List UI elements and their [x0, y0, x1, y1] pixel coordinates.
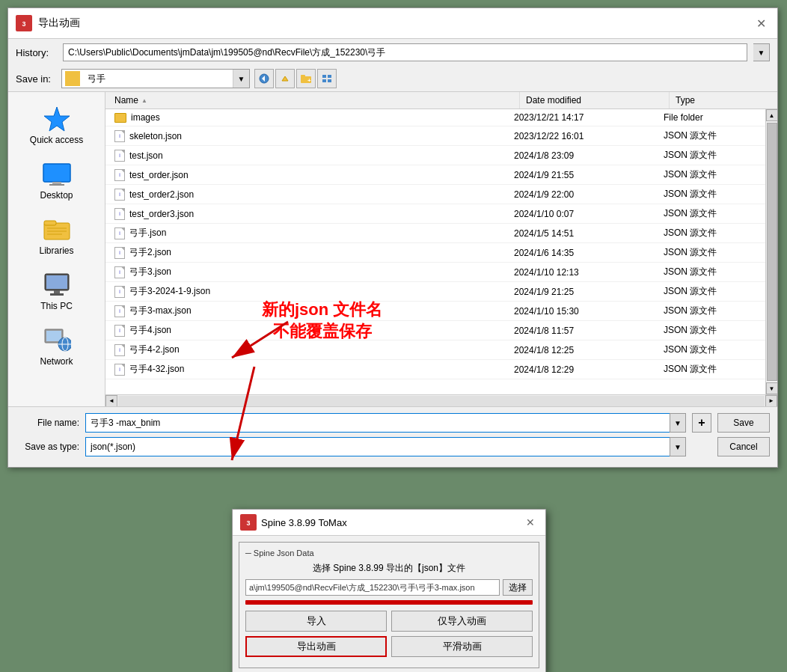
action-buttons: 导入 仅导入动画 导出动画 平滑动画: [245, 611, 533, 657]
sort-arrow: ▲: [141, 97, 147, 104]
file-list-header: Name ▲ Date modified Type: [105, 92, 777, 109]
file-cell-date: 2024/1/8 12:29: [508, 360, 658, 379]
file-cell-date: 2024/1/9 21:55: [508, 165, 658, 184]
history-input[interactable]: [63, 43, 747, 61]
savein-label: Save in:: [16, 73, 57, 85]
sidebar-item-desktop-label: Desktop: [40, 190, 73, 201]
sidebar-item-quick-access[interactable]: Quick access: [12, 100, 101, 151]
file-row[interactable]: i 弓手3-2024-1-9.json 2024/1/9 21:25 JSON …: [105, 282, 765, 302]
file-cell-type: JSON 源文件: [658, 126, 762, 145]
file-row[interactable]: i 弓手4-32.json 2024/1/8 12:29 JSON 源文件: [105, 360, 765, 379]
smooth-anim-button[interactable]: 平滑动画: [391, 636, 533, 657]
savein-dropdown[interactable]: ▼: [233, 70, 249, 88]
saveastype-combo: ▼: [85, 437, 686, 456]
star-icon: [42, 106, 72, 132]
svg-rect-22: [47, 233, 62, 235]
col-date[interactable]: Date modified: [520, 92, 670, 109]
json-file-icon: i: [114, 364, 125, 376]
file-cell-name: i 弓手2.json: [108, 243, 508, 262]
file-row[interactable]: images 2023/12/21 14:17 File folder: [105, 109, 765, 126]
svg-text:3: 3: [246, 519, 250, 527]
nav-back-btn[interactable]: [254, 69, 274, 88]
filename-input[interactable]: [85, 413, 670, 433]
export-anim-button[interactable]: 导出动画: [245, 636, 387, 657]
file-cell-date: 2023/12/22 16:01: [508, 126, 658, 145]
svg-rect-19: [44, 221, 56, 225]
view-btn[interactable]: [317, 69, 337, 88]
json-file-icon: i: [114, 325, 125, 337]
svg-rect-16: [52, 182, 61, 184]
second-close-button[interactable]: ✕: [523, 515, 538, 530]
history-dropdown[interactable]: ▼: [753, 43, 770, 61]
json-file-icon: i: [114, 130, 125, 142]
file-row[interactable]: i 弓手4.json 2024/1/8 11:57 JSON 源文件: [105, 321, 765, 340]
sidebar-item-libraries[interactable]: Libraries: [12, 210, 101, 262]
libraries-icon: [42, 216, 72, 242]
file-cell-date: 2024/1/5 14:51: [508, 224, 658, 242]
file-row[interactable]: i 弓手3.json 2024/1/10 12:13 JSON 源文件: [105, 263, 765, 282]
hscroll-left-btn[interactable]: ◄: [105, 395, 117, 407]
svg-rect-25: [54, 290, 60, 293]
sidebar-item-desktop[interactable]: Desktop: [12, 155, 101, 207]
file-row[interactable]: i test_order2.json 2024/1/9 22:00 JSON 源…: [105, 185, 765, 204]
vertical-scrollbar[interactable]: ▲ ▼: [765, 109, 777, 394]
second-app-icon: 3: [240, 514, 257, 531]
plus-button[interactable]: +: [692, 413, 711, 433]
file-row[interactable]: i 弓手2.json 2024/1/6 14:35 JSON 源文件: [105, 243, 765, 263]
nav-up-btn[interactable]: [275, 69, 295, 88]
import-button[interactable]: 导入: [245, 611, 387, 632]
new-folder-btn[interactable]: +: [296, 69, 316, 88]
file-row[interactable]: i skeleton.json 2023/12/22 16:01 JSON 源文…: [105, 126, 765, 146]
save-button[interactable]: Save: [717, 413, 770, 433]
pc-icon: [42, 272, 72, 298]
file-cell-type: JSON 源文件: [658, 321, 762, 340]
select-file-button[interactable]: 选择: [503, 579, 533, 596]
json-file-icon: i: [114, 208, 125, 220]
file-list-scroll[interactable]: images 2023/12/21 14:17 File folder i sk…: [105, 109, 765, 394]
cancel-button[interactable]: Cancel: [717, 437, 770, 456]
select-instruction: 选择 Spine 3.8.99 导出的【json】文件: [245, 562, 533, 575]
scroll-down-btn[interactable]: ▼: [766, 382, 778, 394]
hscroll-track[interactable]: [118, 396, 765, 406]
file-cell-type: JSON 源文件: [658, 224, 762, 242]
file-row[interactable]: i test_order.json 2024/1/9 21:55 JSON 源文…: [105, 165, 765, 185]
col-type[interactable]: Type: [670, 92, 774, 109]
second-titlebar: 3 Spine 3.8.99 ToMax ✕: [233, 510, 545, 536]
history-row: History: ▼: [8, 39, 777, 66]
file-path-input[interactable]: [245, 579, 500, 596]
json-file-icon: i: [114, 227, 125, 239]
saveastype-input[interactable]: [85, 437, 670, 456]
file-cell-type: JSON 源文件: [658, 340, 762, 359]
filename-dropdown[interactable]: ▼: [670, 413, 686, 433]
svg-text:+: +: [307, 77, 311, 83]
svg-rect-26: [50, 293, 64, 296]
file-cell-type: JSON 源文件: [658, 204, 762, 223]
file-cell-type: JSON 源文件: [658, 185, 762, 204]
sidebar-item-network[interactable]: Network: [12, 321, 101, 373]
file-row[interactable]: i test_order3.json 2024/1/10 0:07 JSON 源…: [105, 204, 765, 224]
json-file-icon: i: [114, 266, 125, 278]
svg-rect-20: [47, 227, 67, 229]
scroll-up-btn[interactable]: ▲: [766, 109, 778, 121]
horizontal-scrollbar[interactable]: ◄ ►: [105, 394, 777, 406]
saveastype-dropdown[interactable]: ▼: [670, 437, 686, 456]
toolbar-icons: +: [254, 69, 337, 88]
file-row[interactable]: i 弓手3-max.json 2024/1/10 15:30 JSON 源文件: [105, 302, 765, 321]
file-cell-name: i test_order2.json: [108, 185, 508, 204]
file-row[interactable]: i 弓手.json 2024/1/5 14:51 JSON 源文件: [105, 224, 765, 243]
svg-marker-6: [282, 76, 288, 81]
file-cell-type: JSON 源文件: [658, 165, 762, 184]
sidebar-item-this-pc[interactable]: This PC: [12, 266, 101, 317]
col-name[interactable]: Name ▲: [108, 92, 520, 109]
hscroll-right-btn[interactable]: ►: [765, 395, 777, 407]
scroll-thumb[interactable]: [767, 123, 777, 381]
svg-rect-24: [46, 275, 67, 289]
spine-json-section: ─ Spine Json Data 选择 Spine 3.8.99 导出的【js…: [239, 542, 539, 668]
file-cell-name: i 弓手3-max.json: [108, 302, 508, 320]
svg-rect-10: [322, 75, 326, 78]
close-button[interactable]: ✕: [752, 14, 770, 32]
file-row[interactable]: i 弓手4-2.json 2024/1/8 12:25 JSON 源文件: [105, 340, 765, 360]
second-title-left: 3 Spine 3.8.99 ToMax: [240, 514, 347, 531]
file-row[interactable]: i test.json 2024/1/8 23:09 JSON 源文件: [105, 146, 765, 165]
import-anim-button[interactable]: 仅导入动画: [391, 611, 533, 632]
